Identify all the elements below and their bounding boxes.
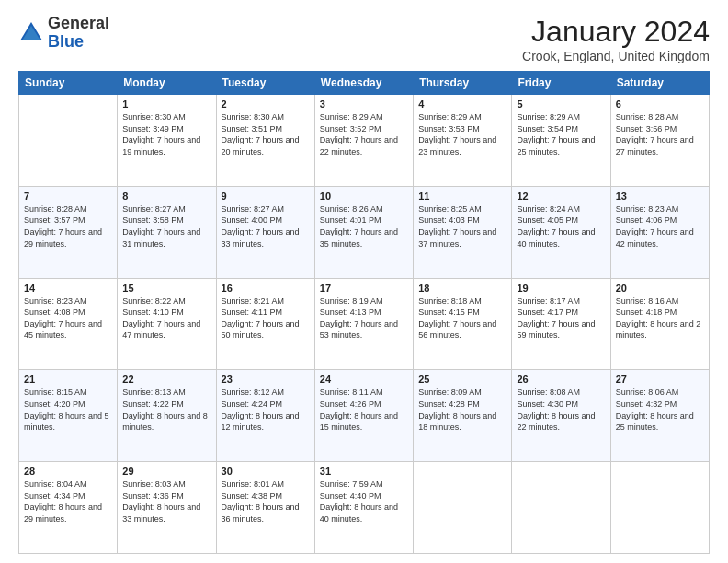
sunset-text: Sunset: 4:01 PM	[320, 214, 408, 226]
sunrise-text: Sunrise: 8:24 AM	[517, 203, 605, 215]
daylight-text: Daylight: 8 hours and 33 minutes.	[122, 501, 210, 524]
sunrise-text: Sunrise: 8:16 AM	[616, 295, 704, 307]
header-row: Sunday Monday Tuesday Wednesday Thursday…	[19, 72, 710, 95]
logo-text: General Blue	[48, 15, 109, 52]
day-number: 18	[418, 282, 506, 293]
sunrise-text: Sunrise: 8:11 AM	[320, 386, 408, 398]
table-row: 3 Sunrise: 8:29 AM Sunset: 3:52 PM Dayli…	[314, 95, 413, 187]
logo-icon	[18, 20, 44, 46]
table-row: 24 Sunrise: 8:11 AM Sunset: 4:26 PM Dayl…	[314, 370, 413, 462]
daylight-text: Daylight: 7 hours and 47 minutes.	[122, 318, 210, 341]
daylight-text: Daylight: 8 hours and 25 minutes.	[616, 410, 704, 433]
sunrise-text: Sunrise: 8:15 AM	[24, 386, 112, 398]
week-row-4: 28 Sunrise: 8:04 AM Sunset: 4:34 PM Dayl…	[19, 462, 710, 554]
month-title: January 2024	[522, 15, 710, 49]
col-monday: Monday	[118, 72, 216, 95]
col-friday: Friday	[512, 72, 610, 95]
week-row-2: 14 Sunrise: 8:23 AM Sunset: 4:08 PM Dayl…	[19, 278, 710, 370]
table-row: 1 Sunrise: 8:30 AM Sunset: 3:49 PM Dayli…	[118, 95, 216, 187]
sunrise-text: Sunrise: 8:09 AM	[418, 386, 506, 398]
daylight-text: Daylight: 7 hours and 23 minutes.	[418, 134, 506, 157]
table-row	[610, 462, 709, 554]
col-saturday: Saturday	[610, 72, 709, 95]
cell-info: Sunrise: 8:28 AM Sunset: 3:57 PM Dayligh…	[24, 203, 112, 249]
sunrise-text: Sunrise: 8:29 AM	[320, 111, 408, 123]
table-row: 8 Sunrise: 8:27 AM Sunset: 3:58 PM Dayli…	[118, 186, 216, 278]
sunset-text: Sunset: 4:11 PM	[222, 306, 310, 318]
cell-info: Sunrise: 8:12 AM Sunset: 4:24 PM Dayligh…	[222, 386, 310, 432]
daylight-text: Daylight: 7 hours and 37 minutes.	[418, 226, 506, 249]
table-row: 18 Sunrise: 8:18 AM Sunset: 4:15 PM Dayl…	[414, 278, 512, 370]
day-number: 28	[24, 465, 112, 477]
table-row: 13 Sunrise: 8:23 AM Sunset: 4:06 PM Dayl…	[610, 186, 709, 278]
sunrise-text: Sunrise: 8:03 AM	[122, 478, 210, 490]
table-row: 23 Sunrise: 8:12 AM Sunset: 4:24 PM Dayl…	[216, 370, 314, 462]
cell-info: Sunrise: 8:23 AM Sunset: 4:08 PM Dayligh…	[24, 295, 112, 341]
table-row: 11 Sunrise: 8:25 AM Sunset: 4:03 PM Dayl…	[414, 186, 512, 278]
logo: General Blue	[18, 15, 109, 52]
table-row: 19 Sunrise: 8:17 AM Sunset: 4:17 PM Dayl…	[512, 278, 610, 370]
day-number: 6	[616, 98, 704, 109]
table-row: 12 Sunrise: 8:24 AM Sunset: 4:05 PM Dayl…	[512, 186, 610, 278]
table-row: 21 Sunrise: 8:15 AM Sunset: 4:20 PM Dayl…	[19, 370, 118, 462]
sunset-text: Sunset: 4:36 PM	[122, 490, 210, 502]
daylight-text: Daylight: 8 hours and 12 minutes.	[222, 410, 310, 433]
sunrise-text: Sunrise: 8:04 AM	[24, 478, 112, 490]
cell-info: Sunrise: 8:29 AM Sunset: 3:54 PM Dayligh…	[517, 111, 605, 157]
sunrise-text: Sunrise: 8:29 AM	[517, 111, 605, 123]
daylight-text: Daylight: 7 hours and 53 minutes.	[320, 318, 408, 341]
table-row: 5 Sunrise: 8:29 AM Sunset: 3:54 PM Dayli…	[512, 95, 610, 187]
sunset-text: Sunset: 3:57 PM	[24, 214, 112, 226]
sunset-text: Sunset: 3:52 PM	[320, 123, 408, 135]
daylight-text: Daylight: 7 hours and 19 minutes.	[122, 134, 210, 157]
day-number: 19	[517, 282, 605, 293]
cell-info: Sunrise: 8:22 AM Sunset: 4:10 PM Dayligh…	[122, 295, 210, 341]
cell-info: Sunrise: 8:19 AM Sunset: 4:13 PM Dayligh…	[320, 295, 408, 341]
sunset-text: Sunset: 4:34 PM	[24, 490, 112, 502]
cell-info: Sunrise: 8:23 AM Sunset: 4:06 PM Dayligh…	[616, 203, 704, 249]
day-number: 16	[222, 282, 310, 293]
week-row-0: 1 Sunrise: 8:30 AM Sunset: 3:49 PM Dayli…	[19, 95, 710, 187]
table-row: 31 Sunrise: 7:59 AM Sunset: 4:40 PM Dayl…	[314, 462, 413, 554]
sunset-text: Sunset: 4:28 PM	[418, 398, 506, 410]
sunset-text: Sunset: 4:06 PM	[616, 214, 704, 226]
cell-info: Sunrise: 7:59 AM Sunset: 4:40 PM Dayligh…	[320, 478, 408, 524]
sunrise-text: Sunrise: 8:19 AM	[320, 295, 408, 307]
daylight-text: Daylight: 8 hours and 22 minutes.	[517, 410, 605, 433]
cell-info: Sunrise: 8:04 AM Sunset: 4:34 PM Dayligh…	[24, 478, 112, 524]
sunset-text: Sunset: 3:53 PM	[418, 123, 506, 135]
week-row-1: 7 Sunrise: 8:28 AM Sunset: 3:57 PM Dayli…	[19, 186, 710, 278]
day-number: 9	[222, 190, 310, 201]
day-number: 26	[517, 373, 605, 385]
sunrise-text: Sunrise: 8:21 AM	[222, 295, 310, 307]
cell-info: Sunrise: 8:24 AM Sunset: 4:05 PM Dayligh…	[517, 203, 605, 249]
sunset-text: Sunset: 4:26 PM	[320, 398, 408, 410]
sunset-text: Sunset: 4:22 PM	[122, 398, 210, 410]
cell-info: Sunrise: 8:30 AM Sunset: 3:51 PM Dayligh…	[222, 111, 310, 157]
calendar-table: Sunday Monday Tuesday Wednesday Thursday…	[18, 71, 710, 554]
sunrise-text: Sunrise: 8:27 AM	[222, 203, 310, 215]
daylight-text: Daylight: 7 hours and 25 minutes.	[517, 134, 605, 157]
sunrise-text: Sunrise: 8:28 AM	[616, 111, 704, 123]
sunset-text: Sunset: 4:00 PM	[222, 214, 310, 226]
daylight-text: Daylight: 8 hours and 40 minutes.	[320, 501, 408, 524]
sunrise-text: Sunrise: 8:17 AM	[517, 295, 605, 307]
sunrise-text: Sunrise: 8:30 AM	[222, 111, 310, 123]
day-number: 13	[616, 190, 704, 201]
day-number: 8	[122, 190, 210, 201]
sunrise-text: Sunrise: 8:23 AM	[616, 203, 704, 215]
daylight-text: Daylight: 7 hours and 40 minutes.	[517, 226, 605, 249]
sunset-text: Sunset: 3:56 PM	[616, 123, 704, 135]
cell-info: Sunrise: 8:03 AM Sunset: 4:36 PM Dayligh…	[122, 478, 210, 524]
daylight-text: Daylight: 7 hours and 42 minutes.	[616, 226, 704, 249]
day-number: 3	[320, 98, 408, 109]
cell-info: Sunrise: 8:06 AM Sunset: 4:32 PM Dayligh…	[616, 386, 704, 432]
sunset-text: Sunset: 4:13 PM	[320, 306, 408, 318]
sunrise-text: Sunrise: 8:28 AM	[24, 203, 112, 215]
cell-info: Sunrise: 8:28 AM Sunset: 3:56 PM Dayligh…	[616, 111, 704, 157]
day-number: 31	[320, 465, 408, 477]
sunrise-text: Sunrise: 8:26 AM	[320, 203, 408, 215]
day-number: 7	[24, 190, 112, 201]
daylight-text: Daylight: 8 hours and 5 minutes.	[24, 410, 112, 433]
day-number: 27	[616, 373, 704, 385]
